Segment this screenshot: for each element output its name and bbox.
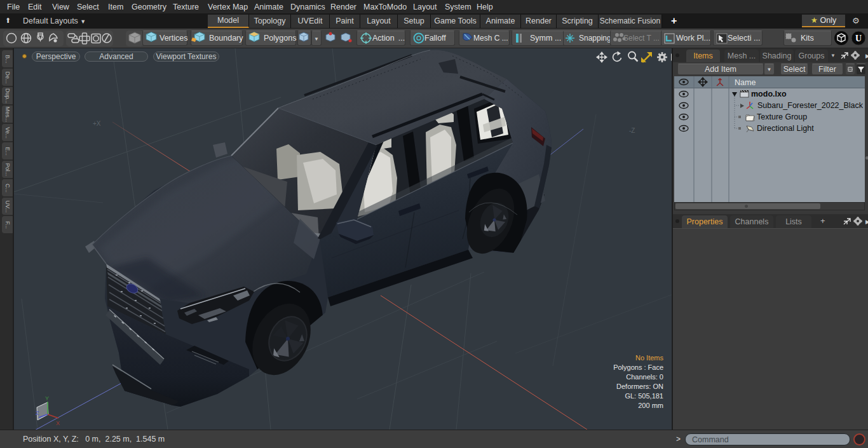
- svg-text:-Z: -Z: [629, 127, 635, 134]
- svg-text:Subaru_Forester_2022_Black: Subaru_Forester_2022_Black: [757, 101, 864, 110]
- svg-text:+X: +X: [93, 120, 101, 127]
- svg-text:Name: Name: [735, 78, 756, 87]
- svg-text:modo.lxo: modo.lxo: [751, 90, 787, 98]
- svg-text:Z: Z: [36, 410, 39, 416]
- svg-text:Directional Light: Directional Light: [757, 124, 814, 133]
- svg-text:Y: Y: [45, 395, 49, 402]
- svg-text:U: U: [855, 34, 862, 43]
- svg-text:Texture Group: Texture Group: [757, 112, 807, 121]
- svg-text:X: X: [56, 420, 60, 426]
